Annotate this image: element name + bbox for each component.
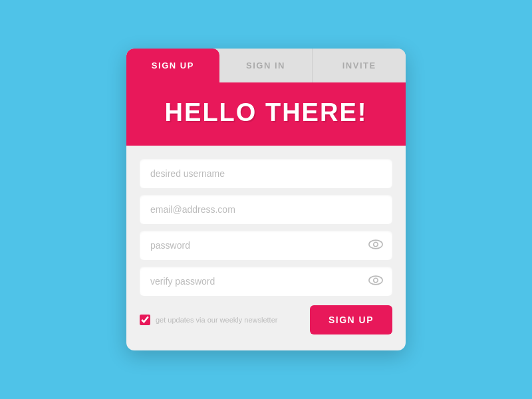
verify-password-group — [140, 267, 392, 296]
username-input[interactable] — [140, 159, 392, 188]
modal-header: HELLO THERE! — [126, 82, 406, 146]
newsletter-label: get updates via our weekly newsletter — [156, 315, 277, 325]
form-body: get updates via our weekly newsletter SI… — [126, 146, 406, 350]
svg-point-0 — [369, 240, 382, 249]
tab-signin[interactable]: SIGN IN — [219, 49, 313, 82]
svg-point-2 — [369, 276, 382, 285]
tab-bar: SIGN UP SIGN IN INVITE — [126, 49, 406, 82]
newsletter-group: get updates via our weekly newsletter — [140, 315, 302, 325]
bottom-row: get updates via our weekly newsletter SI… — [140, 305, 392, 334]
verify-password-input[interactable] — [140, 267, 392, 296]
password-toggle-icon[interactable] — [368, 239, 383, 252]
signup-button[interactable]: SIGN UP — [310, 305, 392, 334]
password-input[interactable] — [140, 231, 392, 260]
verify-toggle-icon[interactable] — [368, 275, 383, 288]
email-input[interactable] — [140, 195, 392, 224]
tab-invite[interactable]: INVITE — [313, 49, 406, 82]
email-group — [140, 195, 392, 224]
newsletter-checkbox[interactable] — [140, 315, 150, 325]
auth-modal: SIGN UP SIGN IN INVITE HELLO THERE! — [126, 49, 406, 350]
header-title: HELLO THERE! — [140, 98, 392, 127]
svg-point-1 — [374, 242, 378, 246]
tab-signup[interactable]: SIGN UP — [126, 49, 219, 82]
username-group — [140, 159, 392, 188]
svg-point-3 — [374, 278, 378, 282]
password-group — [140, 231, 392, 260]
